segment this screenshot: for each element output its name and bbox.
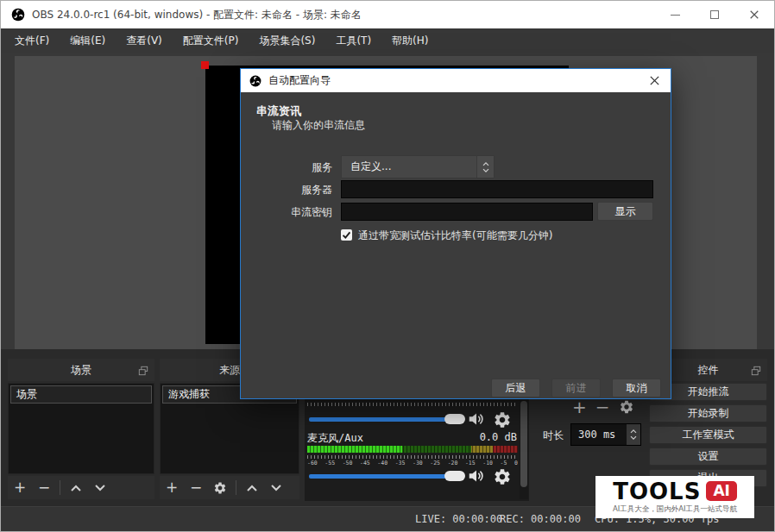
- service-selected-value: 自定义...: [342, 156, 476, 178]
- scenes-dock: 场景 场景 + −: [8, 349, 154, 501]
- window-titlebar: OBS 24.0.0-rc1 (64-bit, windows) - 配置文件:…: [1, 1, 774, 28]
- show-key-button[interactable]: 显示: [597, 202, 653, 221]
- tools-ai-watermark: TOOLS AI AI工具大全，国内外AI工具一站式导航: [595, 476, 754, 518]
- chevron-up-icon: [482, 161, 490, 166]
- menu-edit[interactable]: 编辑(E): [60, 28, 116, 53]
- brand-name: TOOLS: [613, 480, 701, 503]
- server-label: 服务器: [255, 183, 332, 197]
- mic-aux-scale: -60-55-50-45-40-35-30-25-20-15-10-50: [307, 460, 518, 467]
- mic-aux-db-value: 0.0 dB: [480, 431, 517, 443]
- mic-aux-settings-icon[interactable]: [493, 467, 512, 486]
- obs-logo-icon: [249, 75, 261, 87]
- desktop-audio-settings-icon[interactable]: [493, 410, 512, 429]
- service-combobox[interactable]: 自定义...: [341, 155, 495, 178]
- server-input[interactable]: [341, 180, 653, 198]
- desktop-audio-volume-slider[interactable]: [309, 417, 447, 422]
- duration-value: 300 ms: [571, 429, 627, 441]
- dialog-titlebar: 自动配置向导: [241, 69, 671, 92]
- obs-logo-icon: [11, 8, 25, 22]
- maximize-icon: [710, 10, 719, 19]
- spin-up-icon: [629, 429, 638, 434]
- add-scene-button[interactable]: +: [8, 480, 32, 495]
- mic-aux-slider-handle[interactable]: [444, 471, 465, 481]
- add-transition-button[interactable]: +: [572, 400, 587, 415]
- cancel-button[interactable]: 取消: [612, 379, 661, 397]
- scenes-list: 场景: [8, 383, 154, 474]
- chevron-down-icon: [482, 168, 490, 173]
- start-recording-button[interactable]: 开始录制: [649, 404, 767, 422]
- mixer-scrollbar[interactable]: [520, 394, 528, 499]
- bandwidth-test-checkbox[interactable]: [341, 229, 352, 241]
- source-properties-button[interactable]: [208, 481, 232, 495]
- desktop-audio-slider-handle[interactable]: [444, 414, 465, 424]
- dialog-close-icon[interactable]: [649, 75, 660, 86]
- remove-transition-button[interactable]: −: [595, 400, 610, 415]
- mic-aux-tick-marks: [307, 455, 518, 459]
- move-scene-down-button[interactable]: [88, 484, 112, 492]
- window-title: OBS 24.0.0-rc1 (64-bit, windows) - 配置文件:…: [32, 8, 362, 22]
- move-source-down-button[interactable]: [264, 484, 288, 492]
- selection-handle[interactable]: [201, 61, 209, 69]
- studio-mode-button[interactable]: 工作室模式: [649, 426, 767, 444]
- mic-aux-level-meter: [307, 446, 518, 453]
- mic-aux-mute-icon[interactable]: [467, 466, 486, 485]
- scenes-toolbar: + −: [8, 476, 154, 499]
- toolbar-divider: [60, 480, 60, 495]
- scenes-dock-header: 场景: [8, 359, 154, 381]
- scene-list-item[interactable]: 场景: [10, 385, 152, 404]
- brand-tagline: AI工具大全，国内外AI工具一站式导航: [613, 504, 737, 515]
- service-label: 服务: [255, 160, 332, 175]
- minimize-icon: [671, 15, 680, 16]
- desktop-audio-tick-marks: [307, 403, 518, 406]
- menu-tools[interactable]: 工具(T): [325, 28, 381, 53]
- stream-info-subheading: 请输入你的串流信息: [272, 118, 365, 133]
- menu-profile[interactable]: 配置文件(P): [173, 28, 249, 53]
- bandwidth-test-label: 通过带宽测试估计比特率(可能需要几分钟): [358, 228, 552, 243]
- duration-label: 时长: [543, 429, 564, 443]
- mic-aux-label: 麦克风/Aux: [307, 431, 363, 446]
- move-scene-up-button[interactable]: [64, 484, 88, 492]
- auto-config-wizard-dialog: 自动配置向导 串流资讯 请输入你的串流信息 服务 自定义... 服务器 串流密钥…: [240, 68, 671, 399]
- duration-spinbox[interactable]: 300 ms: [570, 423, 641, 446]
- add-source-button[interactable]: +: [160, 480, 184, 495]
- desktop-audio-mute-icon[interactable]: [467, 410, 486, 429]
- minimize-button[interactable]: [655, 1, 695, 28]
- menu-file[interactable]: 文件(F): [4, 28, 60, 53]
- stream-key-label: 串流密钥: [255, 205, 332, 220]
- rec-time: REC: 00:00:00: [500, 513, 581, 525]
- close-icon: [749, 9, 759, 20]
- obs-main-window: OBS 24.0.0-rc1 (64-bit, windows) - 配置文件:…: [0, 0, 775, 532]
- move-source-up-button[interactable]: [240, 484, 264, 492]
- dialog-title: 自动配置向导: [268, 73, 331, 88]
- transition-properties-icon[interactable]: [619, 399, 634, 415]
- maximize-button[interactable]: [695, 1, 734, 28]
- service-combo-arrows: [476, 156, 494, 178]
- sources-dock-title: 来源: [219, 363, 240, 378]
- duration-spinner[interactable]: [627, 424, 640, 445]
- back-button[interactable]: 后退: [491, 379, 540, 397]
- controls-dock-title: 控件: [698, 363, 719, 378]
- toolbar-divider: [236, 480, 236, 495]
- close-button[interactable]: [734, 1, 774, 28]
- dock-float-icon[interactable]: [751, 366, 761, 376]
- dock-float-icon[interactable]: [138, 366, 148, 376]
- checkmark-icon: [342, 230, 351, 240]
- sources-toolbar: + −: [160, 476, 299, 499]
- live-time: LIVE: 00:00:00: [415, 513, 502, 525]
- stream-key-input[interactable]: [341, 203, 593, 221]
- menu-help[interactable]: 帮助(H): [381, 28, 438, 53]
- mic-aux-volume-slider[interactable]: [309, 474, 447, 479]
- brand-ai-badge: AI: [706, 481, 736, 501]
- next-button[interactable]: 前进: [551, 379, 601, 397]
- remove-source-button[interactable]: −: [184, 480, 208, 495]
- spin-down-icon: [629, 435, 638, 441]
- menu-view[interactable]: 查看(V): [116, 28, 173, 53]
- menu-scene-collection[interactable]: 场景集合(S): [249, 28, 325, 53]
- menu-bar: 文件(F) 编辑(E) 查看(V) 配置文件(P) 场景集合(S) 工具(T) …: [1, 28, 774, 53]
- scenes-dock-title: 场景: [71, 363, 91, 378]
- stream-info-heading: 串流资讯: [256, 103, 301, 119]
- remove-scene-button[interactable]: −: [32, 480, 56, 495]
- mixer-scrollbar-thumb[interactable]: [520, 401, 527, 487]
- settings-button[interactable]: 设置: [649, 448, 767, 466]
